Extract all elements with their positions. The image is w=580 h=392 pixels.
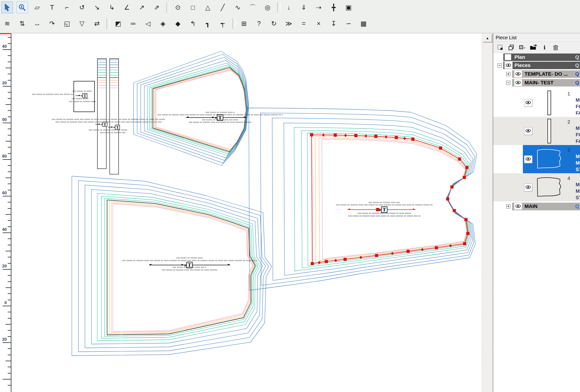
expand-box[interactable]: + [506, 72, 510, 76]
collapse-box[interactable]: − [506, 81, 510, 85]
flip-vertical-tool[interactable]: ⇅ [16, 18, 28, 29]
grade-point-marker[interactable] [343, 258, 347, 261]
plan-color-swatch[interactable] [505, 54, 511, 60]
tree-row-main-test[interactable]: −MAIN- TESTQ [493, 79, 580, 87]
grade-point-marker[interactable] [374, 135, 378, 138]
move-down-tool[interactable]: ↧ [328, 18, 339, 29]
corner-tool[interactable]: ┓ [202, 18, 214, 29]
strip-piece-1[interactable] [97, 59, 106, 169]
collapse-box[interactable]: − [498, 63, 502, 68]
shield-tool[interactable]: ▽ [76, 18, 88, 29]
diamond-tool[interactable]: ◈ [157, 18, 169, 29]
line-tool[interactable]: ╱ [217, 2, 229, 13]
rotate-tool[interactable]: ↺ [76, 2, 88, 13]
copy-options-button[interactable] [518, 44, 527, 51]
xy-rotate-tool[interactable]: ↻ [268, 18, 280, 29]
paste-region-tool[interactable]: ▣ [343, 2, 354, 13]
grade-point-marker[interactable] [375, 254, 378, 257]
align-notch-tool[interactable]: ⇢ [313, 2, 324, 13]
hook-left-tool[interactable]: ↰ [187, 18, 199, 29]
rotate-piece-tool[interactable]: ↷ [46, 18, 58, 29]
grade-point-marker[interactable] [311, 262, 314, 265]
strip-piece-2[interactable] [110, 59, 119, 174]
corner-ruler-tool[interactable]: ┭ [217, 18, 229, 29]
visibility-eye-toggle[interactable] [504, 62, 513, 69]
xy-chevron-tool[interactable]: ≫ [283, 18, 294, 29]
concentric-circles-tool[interactable]: ◎ [262, 2, 273, 13]
visibility-eye-toggle[interactable] [524, 184, 532, 191]
grade-point-marker[interactable] [465, 166, 468, 169]
triangle-left-tool[interactable]: ◁ [142, 18, 154, 29]
grade-point-marker[interactable] [446, 197, 449, 200]
skew-xy-tool[interactable]: ∠ [121, 2, 133, 13]
rectangle-tool[interactable]: □ [187, 2, 199, 13]
move-y-tool[interactable]: ↳ [106, 2, 118, 13]
s-curve-tool[interactable]: ∽ [343, 18, 354, 29]
scroll-up-button[interactable]: ▲ [483, 34, 492, 42]
xy-grid-tool[interactable]: ⊞ [238, 18, 250, 29]
width-tool[interactable]: ═ [127, 18, 139, 29]
cut-tool[interactable]: × [313, 18, 324, 29]
grade-point-marker[interactable] [411, 138, 414, 141]
grade-point-marker[interactable] [458, 158, 461, 161]
flip-box-tool[interactable]: ◩ [112, 18, 124, 29]
grade-point-marker[interactable] [325, 260, 328, 263]
grade-point-marker[interactable] [435, 246, 438, 249]
visibility-eye-toggle[interactable] [514, 70, 522, 78]
cross-point-tool[interactable]: ╋ [328, 2, 339, 13]
canvas-vertical-scrollbar[interactable]: ▲ [482, 33, 492, 392]
expand-box[interactable]: + [506, 204, 510, 208]
grade-point-marker[interactable] [463, 176, 466, 179]
grade-point-marker[interactable] [464, 218, 467, 221]
grade-point-marker[interactable] [354, 134, 357, 137]
zoom-tool[interactable]: Z [16, 2, 28, 13]
select-pieces-button[interactable] [496, 44, 504, 51]
tree-row-plan[interactable]: PlanQ [493, 53, 580, 61]
visibility-eye-toggle[interactable] [524, 127, 532, 135]
visibility-eye-toggle[interactable] [514, 203, 522, 210]
piece-item-4[interactable]: 4MMST [493, 173, 580, 201]
kite-tool[interactable]: ◆ [172, 18, 184, 29]
tree-row-template-do-[interactable]: +TEMPLATE- DO ...Q [493, 70, 580, 78]
measure-tool[interactable]: ▱ [31, 2, 43, 13]
copy-piece-button[interactable] [507, 44, 515, 51]
grade-point-marker[interactable] [334, 133, 337, 137]
delete-piece-button[interactable] [552, 44, 560, 51]
grade-point-marker[interactable] [395, 136, 398, 139]
visibility-eye-toggle[interactable] [524, 155, 532, 163]
grade-point-marker[interactable] [463, 242, 466, 245]
notch-tool[interactable]: ↓ [283, 2, 294, 13]
back-piece-right[interactable]: ×Txxx xxxxx xx xxxxxx xxxx xxxxxx xxxxx … [249, 108, 477, 290]
move-x-tool[interactable]: ↘ [91, 2, 103, 13]
grade-point-marker[interactable] [439, 146, 442, 150]
measure-diagonal-tool[interactable]: ⇄ [91, 18, 103, 29]
front-piece-bottom[interactable]: ×Txxx xxxxx xx xxxxxx xxxxxxx xxxxx xx x… [72, 176, 272, 356]
equalize-tool[interactable]: = [298, 18, 309, 29]
xy-help-tool[interactable]: ? [253, 18, 265, 29]
grade-diagonal-tool[interactable]: ⇗ [151, 2, 162, 13]
trim-corner-tool[interactable]: ⌐ [61, 2, 73, 13]
visibility-eye-toggle[interactable] [524, 99, 532, 107]
visibility-eye-toggle[interactable] [514, 79, 522, 86]
grade-point-marker[interactable] [466, 232, 470, 235]
curve-tool[interactable]: ∿ [232, 2, 244, 13]
grade-point-marker[interactable] [453, 209, 456, 212]
polygon-tool[interactable]: △ [202, 2, 214, 13]
piece-item-2[interactable]: 2MFOFA [493, 117, 580, 145]
grade-point-marker[interactable] [407, 250, 410, 253]
tree-row-pieces[interactable]: −PiecesQ [493, 62, 580, 69]
piece-info-button[interactable]: i [541, 44, 549, 51]
corner-select-tool[interactable]: ◱ [61, 18, 73, 29]
copy-grid-tool[interactable]: ▦ [358, 18, 369, 29]
grade-point-marker[interactable] [310, 133, 313, 136]
ellipse-tool[interactable]: ⊙ [172, 2, 184, 13]
tree-row-main[interactable]: +MAINQ [493, 203, 580, 210]
piece-item-1[interactable]: 1MFOFA [493, 89, 580, 117]
import-pieces-button[interactable] [529, 44, 538, 51]
seam-walk-tool[interactable]: ≋ [1, 18, 13, 29]
arc-tool[interactable]: ⌒ [247, 2, 258, 13]
move-diagonal-tool[interactable]: ↔ [31, 18, 43, 29]
grade-point-marker[interactable] [450, 185, 453, 189]
piece-item-3[interactable]: 3MMST [493, 145, 580, 173]
pattern-canvas[interactable]: xxx xxxxx xx xxxxxx xxxx xxx xxxxx xxxxx… [11, 33, 482, 392]
